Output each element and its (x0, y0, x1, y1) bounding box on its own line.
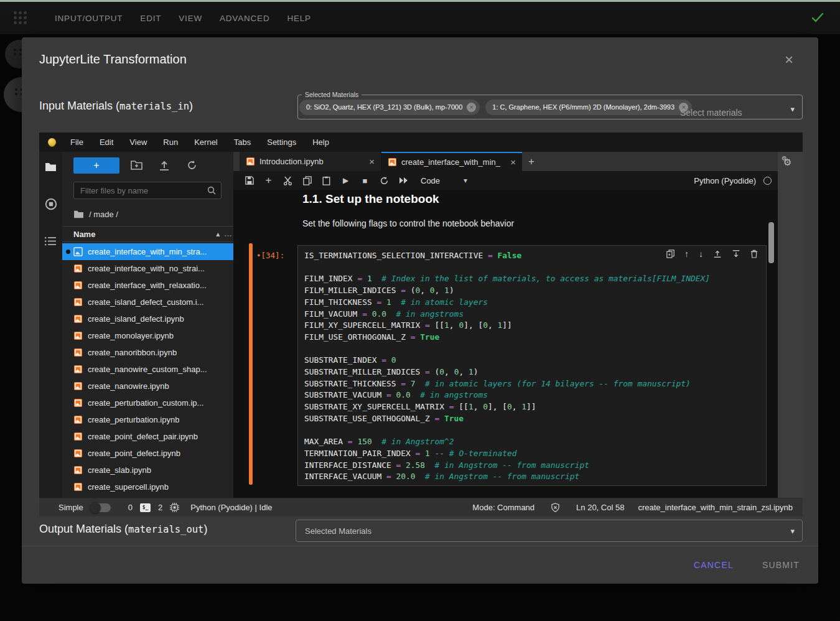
file-row[interactable]: create_interface_with_no_strai... (62, 260, 233, 277)
insert-below-icon[interactable] (732, 250, 740, 259)
tab-label[interactable]: Introduction.ipynb (259, 157, 365, 166)
cut-icon[interactable] (278, 176, 297, 185)
jupyter-menu-item[interactable]: Run (155, 138, 186, 147)
file-row[interactable]: create_slab.ipynb (62, 462, 233, 479)
file-row[interactable]: create_monolayer.ipynb (62, 327, 233, 344)
cell-type-dropdown[interactable]: Code (421, 176, 440, 185)
copy-icon[interactable] (297, 176, 317, 185)
kernel-name-button[interactable]: Python (Pyodide) (694, 176, 756, 185)
close-icon[interactable]: × (785, 52, 793, 67)
terminal-count[interactable]: 0 (128, 503, 133, 512)
cursor-position[interactable]: Ln 20, Col 58 (576, 503, 624, 512)
kernel-status-text[interactable]: Python (Pyodide) | Idle (190, 503, 272, 512)
file-list: create_interface_with_min_stra...create_… (62, 243, 233, 495)
file-row[interactable]: create_nanowire_custom_shap... (62, 361, 233, 378)
file-row[interactable]: create_perturbation.ipynb (62, 411, 233, 428)
tab-create-interface[interactable]: create_interface_with_min_ × (381, 152, 522, 171)
file-row[interactable]: create_interface_with_min_stra... (62, 243, 233, 260)
output-materials-select[interactable]: Selected Materials ▾ (296, 520, 803, 542)
open-dot-icon (66, 250, 70, 254)
file-row[interactable]: create_island_defect.ipynb (62, 310, 233, 327)
kernel-status-icon[interactable] (763, 177, 772, 185)
select-materials-placeholder[interactable]: Select materials (680, 108, 742, 118)
breadcrumb[interactable]: / made / (73, 207, 118, 222)
app-menu-item[interactable]: VIEW (170, 14, 211, 23)
app-logo-icon[interactable] (14, 11, 27, 25)
jupyter-menu-item[interactable]: Help (304, 138, 337, 147)
code-cell-editor[interactable]: IS_TERMINATIONS_SELECTION_INTERACTIVE = … (297, 245, 767, 486)
chevron-down-icon[interactable]: ▾ (464, 176, 467, 185)
delete-cell-icon[interactable] (750, 250, 758, 259)
app-menu-item[interactable]: INPUT/OUTPUT (46, 14, 131, 23)
file-row[interactable]: create_point_defect_pair.ipynb (62, 428, 233, 445)
jupyter-menu-item[interactable]: Edit (91, 138, 121, 147)
app-menu-item[interactable]: ADVANCED (211, 14, 278, 23)
move-down-icon[interactable]: ↓ (699, 250, 703, 259)
file-row[interactable]: create_nanoribbon.ipynb (62, 344, 233, 361)
jupyter-menu-item[interactable]: View (121, 138, 155, 147)
new-launcher-button[interactable]: + (73, 157, 119, 174)
submit-button[interactable]: SUBMIT (762, 560, 800, 570)
notebook-scrollbar[interactable] (768, 222, 774, 263)
add-tab-icon[interactable]: + (522, 152, 541, 171)
jupyter-menu-item[interactable]: File (62, 138, 91, 147)
stop-icon[interactable]: ■ (355, 176, 375, 185)
close-icon[interactable]: × (510, 157, 516, 167)
jupyter-menu-item[interactable]: Tabs (226, 138, 259, 147)
file-row[interactable]: create_nanowire.ipynb (62, 378, 233, 395)
sort-caret-icon[interactable]: ▴ (216, 230, 220, 238)
file-browser-icon[interactable] (45, 162, 57, 172)
tab-label[interactable]: create_interface_with_min_ (401, 157, 506, 167)
simple-mode-toggle[interactable] (91, 503, 111, 512)
notebook-icon (73, 348, 83, 357)
material-chip[interactable]: 0: SiO2, Quartz, HEX (P3_121) 3D (Bulk),… (299, 100, 480, 115)
lightbulb-icon[interactable] (48, 138, 56, 146)
name-column-header[interactable]: Name (73, 230, 95, 239)
jupyter-menu-item[interactable]: Kernel (186, 138, 226, 147)
settings-gears-icon[interactable]: ⚙ ⚙ (783, 157, 791, 168)
file-row[interactable]: create_island_defect_custom.i... (62, 294, 233, 310)
upload-icon[interactable] (159, 160, 169, 170)
search-icon[interactable] (207, 186, 216, 195)
file-list-header[interactable]: Name ▴ … (62, 226, 233, 242)
app-menu-item[interactable]: EDIT (131, 14, 170, 23)
insert-above-icon[interactable] (713, 250, 722, 259)
cancel-button[interactable]: CANCEL (694, 560, 734, 570)
column-options-icon[interactable]: … (224, 229, 232, 238)
chevron-down-icon[interactable]: ▾ (790, 104, 795, 113)
jupyter-status-bar: Simple 0 $_ 2 Python (Pyodide) | Idle Mo… (39, 498, 803, 516)
kernel-count[interactable]: 2 (158, 503, 162, 512)
table-of-contents-icon[interactable] (45, 236, 57, 246)
app-top-bar: INPUT/OUTPUTEDITVIEWADVANCEDHELP (0, 0, 840, 34)
file-row[interactable]: create_point_defect.ipynb (62, 445, 233, 462)
filter-files-input[interactable] (74, 186, 207, 195)
insert-cell-icon[interactable]: + (259, 174, 278, 187)
save-icon[interactable] (240, 176, 259, 185)
notebook-icon (73, 381, 83, 391)
app-menu-item[interactable]: HELP (278, 14, 319, 23)
paste-icon[interactable] (317, 176, 336, 185)
tab-introduction[interactable]: Introduction.ipynb × (240, 152, 381, 171)
file-row[interactable]: create_perturbation_custom.ip... (62, 395, 233, 411)
kernel-chip-icon[interactable] (170, 503, 179, 512)
terminal-icon[interactable]: $_ (140, 503, 151, 512)
notebook-content[interactable]: 1.1. Set up the notebook Set the followi… (233, 190, 778, 498)
run-icon[interactable]: ▶ (336, 176, 355, 185)
breadcrumb-path[interactable]: / made / (89, 210, 118, 219)
move-up-icon[interactable]: ↑ (684, 250, 689, 259)
material-chip[interactable]: 1: C, Graphene, HEX (P6/mmm) 2D (Monolay… (485, 100, 692, 115)
refresh-icon[interactable] (187, 160, 197, 170)
check-icon[interactable] (811, 12, 824, 22)
restart-run-all-icon[interactable] (394, 177, 413, 184)
jupyter-menu-item[interactable]: Settings (259, 138, 304, 147)
file-row[interactable]: create_supercell.ipynb (62, 479, 233, 495)
remove-chip-icon[interactable]: × (467, 103, 476, 112)
new-folder-icon[interactable] (131, 160, 142, 170)
duplicate-cell-icon[interactable] (666, 250, 674, 259)
command-mode-indicator[interactable]: Mode: Command (472, 503, 534, 512)
shield-x-icon[interactable] (551, 503, 560, 513)
file-row[interactable]: create_interface_with_relaxatio... (62, 277, 233, 294)
restart-kernel-icon[interactable] (375, 176, 394, 185)
running-kernels-icon[interactable] (45, 198, 57, 210)
close-icon[interactable]: × (369, 156, 375, 167)
